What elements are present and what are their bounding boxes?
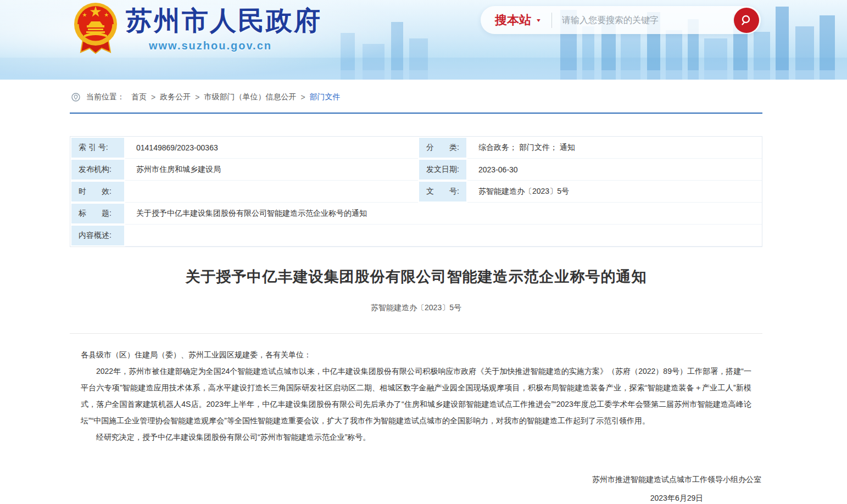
- meta-docnum-value: 苏智能建造办〔2023〕5号: [467, 181, 762, 203]
- meta-validity-label: 时 效:: [70, 181, 125, 203]
- signature-date: 2023年6月29日: [592, 494, 761, 503]
- meta-index-label: 索 引 号:: [70, 137, 125, 159]
- breadcrumb-home[interactable]: 首页: [131, 92, 147, 102]
- meta-docnum-label: 文 号:: [418, 181, 467, 203]
- meta-title-value: 关于授予中亿丰建设集团股份有限公司智能建造示范企业称号的通知: [125, 203, 762, 225]
- page-content: 当前位置： 首页 > 政务公开 > 市级部门（单位）信息公开 > 部门文件 索 …: [70, 92, 762, 503]
- meta-category-value: 综合政务； 部门文件； 通知: [467, 137, 762, 159]
- meta-validity-value: [125, 181, 418, 203]
- article-body: 各县级市（区）住建局（委）、苏州工业园区规建委，各有关单位： 2022年，苏州市…: [70, 346, 762, 445]
- meta-publisher-label: 发布机构:: [70, 159, 125, 181]
- site-title: 苏州市人民政府: [126, 3, 322, 38]
- article-paragraph-salutation: 各县级市（区）住建局（委）、苏州工业园区规建委，各有关单位：: [81, 346, 751, 363]
- breadcrumb-dept-info[interactable]: 市级部门（单位）信息公开: [204, 92, 296, 102]
- location-pin-icon: [71, 93, 80, 102]
- search-icon: [740, 14, 753, 26]
- breadcrumb-separator: >: [151, 93, 155, 102]
- chevron-down-icon: ▼: [536, 18, 542, 23]
- meta-date-label: 发文日期:: [418, 159, 467, 181]
- article-divider: [70, 333, 762, 334]
- article-paragraph-main: 2022年，苏州市被住建部确定为全国24个智能建造试点城市以来，中亿丰建设集团股…: [81, 363, 751, 429]
- breadcrumb-current[interactable]: 部门文件: [310, 92, 341, 102]
- search-button[interactable]: [734, 8, 759, 33]
- breadcrumb-gov-info[interactable]: 政务公开: [160, 92, 191, 102]
- meta-title-label: 标 题:: [70, 203, 125, 225]
- search-bar: 搜本站 ▼: [481, 6, 761, 34]
- site-url: www.suzhou.gov.cn: [149, 40, 322, 52]
- site-brand: 苏州市人民政府 www.suzhou.gov.cn: [73, 0, 322, 54]
- meta-summary-label: 内容概述:: [70, 225, 125, 247]
- search-divider: [551, 13, 552, 28]
- search-input[interactable]: [562, 15, 734, 25]
- national-emblem-logo: [73, 1, 118, 54]
- signature-block: 苏州市推进智能建造试点城市工作领导小组办公室 2023年6月29日: [70, 475, 762, 503]
- document-meta-table: 索 引 号: 014149869/2023-00363 分 类: 综合政务； 部…: [70, 136, 762, 247]
- article-document-number: 苏智能建造办〔2023〕5号: [70, 303, 762, 313]
- meta-summary-value: [125, 225, 762, 247]
- breadcrumb-label: 当前位置：: [86, 92, 125, 102]
- meta-publisher-value: 苏州市住房和城乡建设局: [125, 159, 418, 181]
- search-scope-dropdown[interactable]: 搜本站 ▼: [495, 12, 542, 29]
- site-header: 苏州市人民政府 www.suzhou.gov.cn 搜本站 ▼: [0, 0, 847, 80]
- breadcrumb-separator: >: [195, 93, 199, 102]
- article-title: 关于授予中亿丰建设集团股份有限公司智能建造示范企业称号的通知: [70, 267, 762, 287]
- breadcrumb-separator: >: [300, 93, 305, 102]
- meta-date-value: 2023-06-30: [467, 159, 762, 181]
- meta-index-value: 014149869/2023-00363: [125, 137, 418, 159]
- signature-organization: 苏州市推进智能建造试点城市工作领导小组办公室: [592, 475, 761, 485]
- article-paragraph-decision: 经研究决定，授予中亿丰建设集团股份有限公司“苏州市智能建造示范企业”称号。: [81, 429, 751, 445]
- meta-category-label: 分 类:: [418, 137, 467, 159]
- search-scope-label: 搜本站: [495, 12, 531, 29]
- breadcrumb: 当前位置： 首页 > 政务公开 > 市级部门（单位）信息公开 > 部门文件: [70, 92, 762, 114]
